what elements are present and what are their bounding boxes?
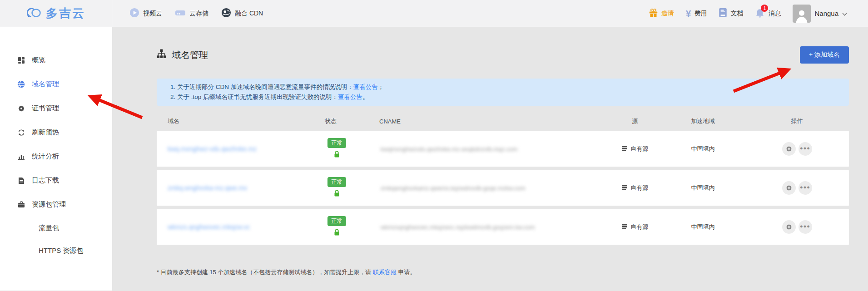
user-menu[interactable]: Nangua [793,5,847,23]
add-domain-button[interactable]: + 添加域名 [800,46,849,64]
domain-link-redacted[interactable]: wkmzs.qnghwxvec.mkqzw.vc [168,223,250,231]
domain-link-redacted[interactable]: kwq.mxnghwz-vds.qwzhnke.mz [168,145,257,153]
region-cell: 中国境内 [661,145,745,153]
cname-redacted: zmkqwnghxvkamz.qwemx.kqzwdnsvlb-gxqe.mzk… [381,185,526,192]
sidebar-subitem-https-package[interactable]: HTTPS 资源包 [0,239,112,262]
source-label: 自有源 [630,145,648,153]
domain-link-redacted[interactable]: zmkq.wnghxvka-mz.qwe.mx [168,184,247,192]
sidebar-item-log-download[interactable]: 日志下载 [0,168,112,192]
settings-gear-button[interactable] [782,220,796,234]
page-title-text: 域名管理 [172,49,208,61]
server-stack-icon [621,184,628,192]
message-count-badge: 1 [761,5,768,12]
settings-gear-button[interactable] [782,181,796,195]
username: Nangua [814,10,838,17]
region-cell: 中国境内 [661,223,745,231]
ellipsis-icon: ●●● [800,146,810,153]
seal-badge-icon [17,104,25,112]
top-right-actions: 邀请 ¥ 费用 文档 1 消息 Nangua [649,5,868,23]
sidebar-item-domain-management[interactable]: 域名管理 [0,72,112,96]
source-label: 自有源 [630,223,648,231]
cname-redacted: wkmzsqnghwxvec.mkqzwvc.nqzkwdmsvlb.gxqze… [381,224,535,231]
view-announcement-link[interactable]: 查看公告 [353,84,378,90]
docs-button[interactable]: 文档 [719,8,743,19]
sidebar-subitem-traffic-package[interactable]: 流量包 [0,217,112,239]
notice-line-1: 1. 关于近期部分 CDN 加速域名晚间遭遇恶意流量事件的情况说明：查看公告； [170,82,840,92]
col-header-source: 源 [609,117,661,125]
col-header-status: 状态 [325,117,379,125]
sidebar: 概览 域名管理 证书管理 刷新预热 统计分析 [0,27,112,291]
https-lock-icon [333,228,340,238]
chevron-down-icon [842,10,847,17]
page-header: 域名管理 + 添加域名 [157,42,849,68]
log-file-icon [17,177,25,184]
server-stack-icon [621,223,628,231]
sidebar-sub-label: 流量包 [39,224,59,232]
view-announcement-link[interactable]: 查看公告 [338,94,362,100]
server-stack-icon [621,145,628,153]
sidebar-item-overview[interactable]: 概览 [0,48,112,72]
docs-label: 文档 [730,10,743,18]
status-badge: 正常 [327,216,346,226]
sidebar-item-resource-packages[interactable]: 资源包管理 [0,192,112,217]
billing-label: 费用 [694,10,707,18]
brand-logo[interactable]: 多吉云 [26,5,85,21]
status-badge: 正常 [327,177,346,187]
contact-support-link[interactable]: 联系客服 [373,269,397,276]
invite-button[interactable]: 邀请 [649,8,674,19]
sidebar-label: 统计分析 [32,152,59,161]
region-cell: 中国境内 [661,184,745,192]
ellipsis-icon: ●●● [800,185,810,192]
bar-chart-icon [17,153,25,160]
source-cell: 自有源 [609,145,661,153]
billing-button[interactable]: ¥ 费用 [686,9,707,18]
messages-button[interactable]: 1 消息 [755,8,781,19]
sidebar-label: 资源包管理 [32,200,66,209]
source-cell: 自有源 [609,184,661,192]
nav-label: 云存储 [189,10,208,18]
more-actions-button[interactable]: ●●● [799,181,812,195]
nav-label: 视频云 [143,10,162,18]
document-icon [719,8,727,19]
notice-text: 2. 关于 .top 后缀域名证书无忧服务近期出现验证失败的说明： [170,94,338,100]
table-row: zmkq.wnghxvka-mz.qwe.mx 正常 zmkqwnghxvkam… [157,170,849,206]
https-lock-icon [333,150,340,160]
sidebar-label: 日志下载 [32,176,59,185]
status-cell: 正常 [327,216,346,238]
nav-item-cdn[interactable]: 融合 CDN [221,8,263,19]
settings-gear-button[interactable] [782,142,796,156]
status-cell: 正常 [327,138,346,160]
play-circle-icon [129,8,139,19]
more-actions-button[interactable]: ●●● [799,142,812,156]
footnote-text: 申请。 [397,269,416,276]
more-actions-button[interactable]: ●●● [799,220,812,234]
source-cell: 自有源 [609,223,661,231]
col-header-actions: 操作 [745,117,849,125]
nav-item-video-cloud[interactable]: 视频云 [129,8,162,19]
cloud-logo-icon [26,7,42,20]
notice-banner: 1. 关于近期部分 CDN 加速域名晚间遭遇恶意流量事件的情况说明：查看公告； … [157,79,849,106]
sidebar-item-purge-prefetch[interactable]: 刷新预热 [0,120,112,144]
cname-redacted: kwqmxnghwzvds.qwzhnke.mz.wsqkdnzvlb.mqz.… [381,146,517,153]
bell-icon: 1 [755,8,765,19]
nav-item-cloud-storage[interactable]: 云存储 [175,8,208,19]
page-title: 域名管理 [157,49,208,61]
source-label: 自有源 [630,184,648,192]
col-header-cname: CNAME [379,118,609,125]
brand-name: 多吉云 [46,5,85,21]
logo-area: 多吉云 [0,0,112,27]
table-header: 域名 状态 CNAME 源 加速地域 操作 [157,111,849,131]
sidebar-item-statistics[interactable]: 统计分析 [0,144,112,168]
refresh-icon [17,128,25,136]
sidebar-label: 概览 [32,56,45,64]
col-header-region: 加速地域 [661,117,745,125]
sidebar-item-certificates[interactable]: 证书管理 [0,96,112,120]
actions-cell: ●●● [745,220,849,234]
nav-label: 融合 CDN [235,10,263,18]
sitemap-icon [157,49,166,61]
storage-icon [175,8,186,19]
notice-line-2: 2. 关于 .top 后缀域名证书无忧服务近期出现验证失败的说明：查看公告。 [170,92,840,102]
sidebar-label: 证书管理 [32,104,59,113]
sidebar-label: 域名管理 [32,80,59,89]
globe-dark-icon [221,8,231,19]
